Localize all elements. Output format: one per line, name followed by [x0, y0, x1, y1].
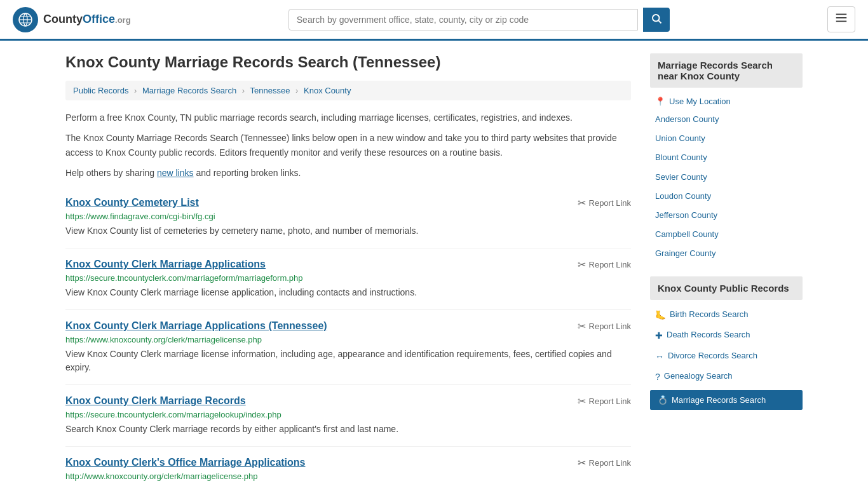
public-record-4[interactable]: 💍Marriage Records Search [650, 390, 803, 410]
nearby-county-4[interactable]: Loudon County [650, 187, 803, 206]
record-icon-1: ✚ [655, 330, 663, 342]
result-header: Knox County Clerk Marriage Applications … [65, 259, 631, 271]
record-icon-4: 💍 [658, 395, 668, 405]
result-title-3[interactable]: Knox County Clerk Marriage Records [65, 395, 246, 407]
nearby-county-2[interactable]: Blount County [650, 148, 803, 167]
report-label: Report Link [589, 198, 631, 208]
report-icon: ✂ [578, 320, 586, 332]
result-url-0[interactable]: https://www.findagrave.com/cgi-bin/fg.cg… [65, 212, 631, 221]
search-area [288, 8, 670, 32]
main-content: Knox County Marriage Records Search (Ten… [65, 53, 631, 488]
result-item: Knox County Clerk Marriage Records ✂ Rep… [65, 385, 631, 447]
nearby-county-6[interactable]: Campbell County [650, 225, 803, 244]
result-desc-2: View Knox County Clerk marriage license … [65, 348, 631, 374]
result-url-4[interactable]: http://www.knoxcounty.org/clerk/marriage… [65, 471, 631, 481]
record-label-2: Divorce Records Search [668, 350, 757, 362]
public-record-2[interactable]: ↔Divorce Records Search [650, 346, 803, 367]
logo-area: CountyOffice.org [13, 7, 131, 32]
result-title-4[interactable]: Knox County Clerk's Office Marriage Appl… [65, 457, 306, 468]
nearby-counties-list: Anderson CountyUnion CountyBlount County… [650, 110, 803, 264]
nearby-county-5[interactable]: Jefferson County [650, 206, 803, 225]
record-label-4: Marriage Records Search [672, 395, 766, 405]
result-title-0[interactable]: Knox County Cemetery List [65, 197, 199, 208]
public-record-3[interactable]: ?Genealogy Search [650, 367, 803, 388]
nearby-section: Marriage Records Search near Knox County… [650, 53, 803, 264]
public-records-section-title: Knox County Public Records [650, 276, 803, 300]
result-title-1[interactable]: Knox County Clerk Marriage Applications [65, 259, 266, 270]
public-records-list: 🦶Birth Records Search✚Death Records Sear… [650, 305, 803, 410]
search-input[interactable] [288, 9, 638, 30]
breadcrumb: Public Records › Marriage Records Search… [65, 81, 631, 100]
nearby-county-7[interactable]: Grainger County [650, 244, 803, 263]
record-label-3: Genealogy Search [664, 370, 733, 382]
result-url-3[interactable]: https://secure.tncountyclerk.com/marriag… [65, 410, 631, 419]
record-icon-3: ? [655, 371, 660, 384]
description-2: The Knox County Marriage Records Search … [65, 131, 631, 159]
result-header: Knox County Cemetery List ✂ Report Link [65, 197, 631, 209]
site-header: CountyOffice.org [0, 0, 868, 41]
report-link-3[interactable]: ✂ Report Link [578, 395, 631, 407]
nearby-section-title: Marriage Records Search near Knox County [650, 53, 803, 88]
record-label-0: Birth Records Search [670, 309, 749, 320]
search-button[interactable] [643, 8, 670, 32]
svg-line-2 [658, 20, 661, 23]
report-label: Report Link [589, 322, 631, 331]
public-record-1[interactable]: ✚Death Records Search [650, 325, 803, 346]
nearby-county-3[interactable]: Sevier County [650, 168, 803, 187]
result-url-2[interactable]: https://www.knoxcounty.org/clerk/marriag… [65, 335, 631, 344]
result-item: Knox County Clerk's Office Marriage Appl… [65, 447, 631, 488]
result-item: Knox County Clerk Marriage Applications … [65, 310, 631, 385]
result-header: Knox County Clerk's Office Marriage Appl… [65, 457, 631, 469]
use-location-link[interactable]: 📍 Use My Location [650, 93, 803, 110]
result-title-2[interactable]: Knox County Clerk Marriage Applications … [65, 320, 327, 332]
report-link-1[interactable]: ✂ Report Link [578, 259, 631, 271]
report-link-2[interactable]: ✂ Report Link [578, 320, 631, 332]
result-desc-3: Search Knox County Clerk marriage record… [65, 423, 631, 436]
svg-point-1 [653, 15, 660, 22]
report-icon: ✂ [578, 197, 586, 209]
public-records-section: Knox County Public Records 🦶Birth Record… [650, 276, 803, 410]
report-icon: ✂ [578, 457, 586, 469]
breadcrumb-public-records[interactable]: Public Records [73, 86, 128, 95]
new-links-link[interactable]: new links [157, 168, 194, 178]
logo-icon [13, 7, 38, 32]
result-desc-0: View Knox County list of cemeteries by c… [65, 224, 631, 238]
breadcrumb-tennessee[interactable]: Tennessee [250, 86, 290, 95]
report-label: Report Link [589, 396, 631, 406]
record-label-1: Death Records Search [667, 329, 750, 341]
report-label: Report Link [589, 260, 631, 269]
main-container: Knox County Marriage Records Search (Ten… [53, 41, 815, 488]
result-header: Knox County Clerk Marriage Applications … [65, 320, 631, 332]
public-record-0[interactable]: 🦶Birth Records Search [650, 305, 803, 326]
breadcrumb-marriage-records[interactable]: Marriage Records Search [142, 86, 236, 95]
nearby-county-1[interactable]: Union County [650, 129, 803, 148]
report-icon: ✂ [578, 259, 586, 271]
report-icon: ✂ [578, 395, 586, 407]
use-location-label: Use My Location [669, 97, 731, 106]
nearby-county-0[interactable]: Anderson County [650, 110, 803, 129]
result-item: Knox County Clerk Marriage Applications … [65, 248, 631, 310]
menu-button[interactable] [827, 6, 855, 32]
description-3: Help others by sharing new links and rep… [65, 166, 631, 180]
page-title: Knox County Marriage Records Search (Ten… [65, 53, 631, 71]
report-label: Report Link [589, 458, 631, 468]
breadcrumb-knox-county[interactable]: Knox County [304, 86, 351, 95]
result-header: Knox County Clerk Marriage Records ✂ Rep… [65, 395, 631, 407]
logo-text: CountyOffice.org [43, 13, 131, 26]
description-1: Perform a free Knox County, TN public ma… [65, 111, 631, 125]
result-item: Knox County Cemetery List ✂ Report Link … [65, 187, 631, 248]
location-pin-icon: 📍 [655, 97, 665, 106]
report-link-0[interactable]: ✂ Report Link [578, 197, 631, 209]
record-icon-2: ↔ [655, 351, 664, 363]
result-url-1[interactable]: https://secure.tncountyclerk.com/marriag… [65, 273, 631, 283]
results-list: Knox County Cemetery List ✂ Report Link … [65, 187, 631, 488]
report-link-4[interactable]: ✂ Report Link [578, 457, 631, 469]
record-icon-0: 🦶 [655, 309, 666, 322]
sidebar: Marriage Records Search near Knox County… [650, 53, 803, 488]
result-desc-1: View Knox County Clerk marriage license … [65, 286, 631, 299]
